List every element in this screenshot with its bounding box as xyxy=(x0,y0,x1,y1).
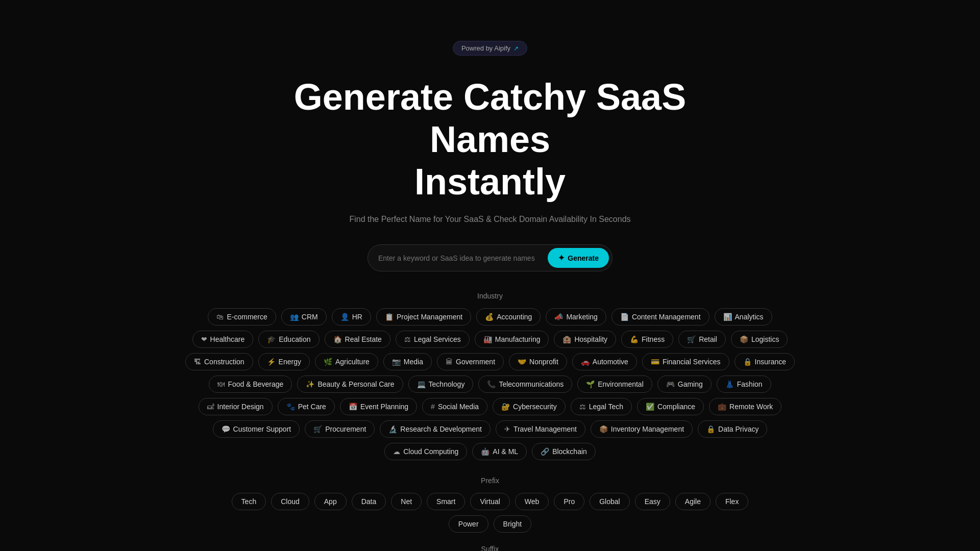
industry-tag[interactable]: 🛒Procurement xyxy=(305,420,375,438)
industry-tag[interactable]: 📞Telecommunications xyxy=(478,375,572,393)
industry-tag[interactable]: 🔐Cybersecurity xyxy=(493,398,566,415)
prefix-tag[interactable]: Power xyxy=(449,515,488,533)
industry-tag[interactable]: 🔒Insurance xyxy=(734,353,795,370)
tag-icon: ⚖ xyxy=(404,335,411,343)
industry-tag[interactable]: ⚡Energy xyxy=(258,353,310,370)
industry-tag[interactable]: 📋Project Management xyxy=(376,308,471,325)
prefix-tag[interactable]: Virtual xyxy=(470,493,509,510)
industry-tag[interactable]: 🎮Gaming xyxy=(657,375,712,393)
industry-tag[interactable]: 🏭Manufacturing xyxy=(475,331,549,348)
industry-tag[interactable]: ✅Compliance xyxy=(637,398,704,415)
industry-tag[interactable]: 📦Logistics xyxy=(731,331,788,348)
industry-tag[interactable]: 💼Remote Work xyxy=(709,398,781,415)
prefix-tag-label: Cloud xyxy=(281,497,300,506)
suffix-label: Suffix xyxy=(481,545,499,551)
prefix-tag[interactable]: Easy xyxy=(635,493,670,510)
industry-tag[interactable]: 📄Content Management xyxy=(611,308,709,325)
industry-tag[interactable]: 📅Event Planning xyxy=(340,398,417,415)
tag-label: Travel Management xyxy=(513,425,577,433)
tag-icon: 📄 xyxy=(620,313,629,321)
industry-tag[interactable]: 🔬Research & Development xyxy=(380,420,491,438)
prefix-tag[interactable]: Smart xyxy=(427,493,465,510)
tag-icon: 📅 xyxy=(349,403,357,411)
industry-tag[interactable]: 🌱Environmental xyxy=(577,375,652,393)
industry-tag[interactable]: ⚖Legal Tech xyxy=(571,398,632,415)
industry-tag[interactable]: 📊Analytics xyxy=(715,308,772,325)
industry-tag[interactable]: ❤Healthcare xyxy=(192,331,254,348)
industry-tag[interactable]: 🍽Food & Beverage xyxy=(209,375,292,393)
prefix-tag[interactable]: Net xyxy=(391,493,422,510)
prefix-tag-label: Data xyxy=(361,497,377,506)
industry-tag[interactable]: 📦Inventory Management xyxy=(591,420,693,438)
industry-tag[interactable]: 💰Accounting xyxy=(476,308,541,325)
tag-label: Food & Beverage xyxy=(228,380,283,388)
industry-tag[interactable]: 🏠Real Estate xyxy=(325,331,390,348)
industry-tag[interactable]: 🐾Pet Care xyxy=(278,398,335,415)
tag-icon: 🤖 xyxy=(481,447,489,456)
tag-label: Accounting xyxy=(497,313,532,321)
prefix-tag[interactable]: Pro xyxy=(554,493,584,510)
tag-label: Analytics xyxy=(735,313,764,321)
tag-label: Marketing xyxy=(566,313,597,321)
prefix-tag[interactable]: Cloud xyxy=(271,493,309,510)
industry-tag[interactable]: 🚗Automotive xyxy=(572,353,637,370)
industry-tag[interactable]: 🎓Education xyxy=(258,331,319,348)
industry-tag[interactable]: 🔗Blockchain xyxy=(532,443,596,460)
industry-tag[interactable]: 👤HR xyxy=(332,308,371,325)
industry-tag[interactable]: 📷Media xyxy=(383,353,432,370)
tag-label: Cybersecurity xyxy=(513,403,557,411)
industry-tag[interactable]: 💬Customer Support xyxy=(213,420,300,438)
industry-tag[interactable]: 🤝Nonprofit xyxy=(509,353,567,370)
industry-tag[interactable]: ☁Cloud Computing xyxy=(384,443,467,460)
tag-icon: 🏨 xyxy=(562,335,571,343)
tag-label: Telecommunications xyxy=(499,380,564,388)
tag-icon: 🎮 xyxy=(666,380,675,388)
industry-tag[interactable]: 🛍E-commerce xyxy=(208,308,276,325)
tag-icon: 🐾 xyxy=(286,403,295,411)
tag-label: Remote Work xyxy=(729,403,773,411)
tag-label: Education xyxy=(279,335,310,343)
industry-tag[interactable]: 🛋Interior Design xyxy=(199,398,273,415)
tag-icon: 🌱 xyxy=(586,380,595,388)
prefix-tag[interactable]: Web xyxy=(515,493,549,510)
prefix-tag-label: Power xyxy=(458,520,479,528)
tag-icon: # xyxy=(431,403,435,411)
industry-tag[interactable]: 🏗Construction xyxy=(185,353,253,370)
industry-tag[interactable]: 🤖AI & ML xyxy=(472,443,527,460)
industry-tag[interactable]: 👗Fashion xyxy=(717,375,771,393)
tag-icon: ⚡ xyxy=(267,358,276,366)
industry-tag[interactable]: 🔒Data Privacy xyxy=(698,420,767,438)
industry-tag[interactable]: 🏛Government xyxy=(437,353,504,370)
prefix-tag[interactable]: Agile xyxy=(675,493,710,510)
tag-label: Retail xyxy=(699,335,717,343)
prefix-tag[interactable]: Global xyxy=(590,493,629,510)
industry-tag[interactable]: ✨Beauty & Personal Care xyxy=(297,375,403,393)
search-input[interactable] xyxy=(378,254,548,262)
industry-tag[interactable]: 💪Fitness xyxy=(621,331,673,348)
prefix-tag-label: Net xyxy=(401,497,412,506)
tag-icon: ☁ xyxy=(393,447,400,456)
tag-icon: 🏛 xyxy=(446,358,453,366)
industry-tag[interactable]: 👥CRM xyxy=(281,308,327,325)
prefix-tag[interactable]: Data xyxy=(352,493,386,510)
tag-label: Procurement xyxy=(325,425,366,433)
industry-tag[interactable]: 🌿Agriculture xyxy=(315,353,378,370)
prefix-tag[interactable]: Flex xyxy=(716,493,748,510)
industry-tag[interactable]: 🛒Retail xyxy=(678,331,726,348)
industry-tag[interactable]: 💳Financial Services xyxy=(642,353,729,370)
industry-tag[interactable]: ✈Travel Management xyxy=(496,420,585,438)
industry-tag[interactable]: 💻Technology xyxy=(408,375,474,393)
prefix-tag[interactable]: Bright xyxy=(494,515,532,533)
prefix-tag[interactable]: App xyxy=(314,493,347,510)
prefix-tag-label: Global xyxy=(599,497,620,506)
tag-icon: 📦 xyxy=(599,425,608,433)
powered-badge[interactable]: Powred by Aipify ↗ xyxy=(453,41,527,56)
industry-tag[interactable]: 🏨Hospitality xyxy=(554,331,616,348)
tag-icon: ❤ xyxy=(201,335,207,343)
generate-button[interactable]: ✦ Generate xyxy=(548,248,609,268)
industry-tag[interactable]: ⚖Legal Services xyxy=(396,331,470,348)
prefix-tag[interactable]: Tech xyxy=(232,493,266,510)
industry-tag[interactable]: #Social Media xyxy=(422,398,487,415)
industry-tag[interactable]: 📣Marketing xyxy=(546,308,606,325)
tag-icon: 🔒 xyxy=(706,425,715,433)
